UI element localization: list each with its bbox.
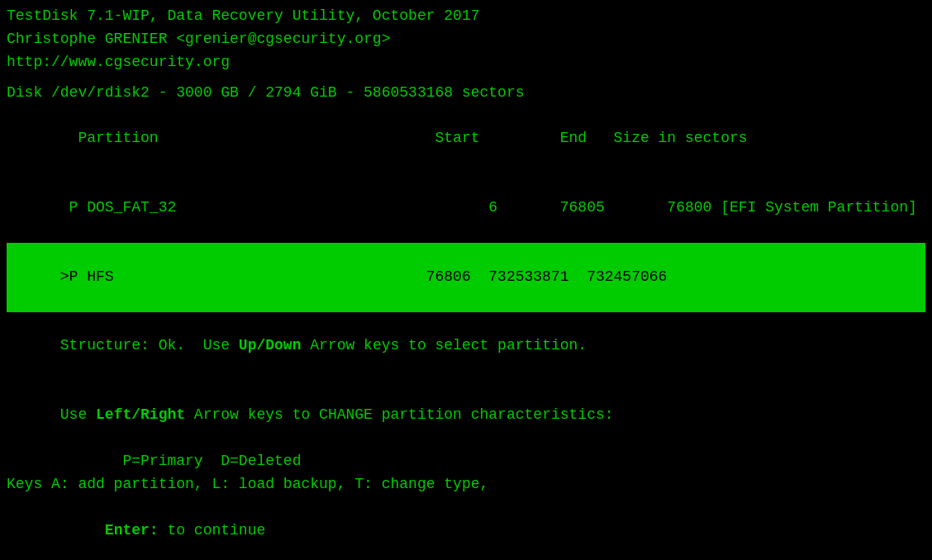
- col-partition: Partition: [42, 130, 408, 146]
- row1-start: 6: [417, 199, 497, 216]
- partition-table: P DOS_FAT_32 6 76805 76800 [EFI System P…: [7, 173, 925, 311]
- row2-prefix: >P: [60, 268, 87, 285]
- row1-extra: [EFI System Partition]: [711, 199, 916, 216]
- app-title: TestDisk 7.1-WIP, Data Recovery Utility,…: [7, 5, 925, 28]
- footer-line1-post: Arrow keys to select partition.: [301, 337, 587, 354]
- footer-line1-pre: Structure: Ok. Use: [60, 337, 239, 354]
- app-header: TestDisk 7.1-WIP, Data Recovery Utility,…: [7, 5, 925, 74]
- row1-prefix: P: [60, 199, 87, 216]
- disk-info-line: Disk /dev/rdisk2 - 3000 GB / 2794 GiB - …: [7, 82, 925, 105]
- footer-line2-post: Arrow keys to CHANGE partition character…: [185, 406, 613, 423]
- row2-start: 76806: [390, 268, 470, 285]
- footer-line2-pre: Use: [60, 406, 96, 423]
- col-start: Start: [408, 130, 479, 146]
- footer-line3: P=Primary D=Deleted: [7, 450, 925, 473]
- table-row[interactable]: P DOS_FAT_32 6 76805 76800 [EFI System P…: [7, 173, 925, 243]
- row2-type: HFS: [87, 268, 390, 285]
- app-author: Christophe GRENIER <grenier@cgsecurity.o…: [7, 28, 925, 51]
- footer-line5-post: to continue: [159, 522, 266, 539]
- col-size: Size in sectors: [587, 130, 747, 146]
- footer-updown-bold: Up/Down: [239, 337, 302, 354]
- row2-size: 732457066: [569, 268, 668, 285]
- row1-end: 76805: [497, 199, 605, 216]
- footer-line2: Use Left/Right Arrow keys to CHANGE part…: [7, 381, 925, 450]
- row1-size: 76800: [605, 199, 712, 216]
- col-end: End: [480, 130, 587, 146]
- app-url: http://www.cgsecurity.org: [7, 51, 925, 74]
- disk-info: Disk /dev/rdisk2 - 3000 GB / 2794 GiB - …: [7, 82, 925, 105]
- footer-line5: Enter: to continue: [7, 496, 925, 560]
- footer: Structure: Ok. Use Up/Down Arrow keys to…: [7, 312, 925, 560]
- footer-line4: Keys A: add partition, L: load backup, T…: [7, 473, 925, 496]
- table-row[interactable]: >P HFS 76806 732533871 732457066: [7, 243, 925, 312]
- partition-table-header: Partition Start End Size in sectors: [7, 105, 925, 174]
- terminal-window: TestDisk 7.1-WIP, Data Recovery Utility,…: [7, 5, 925, 555]
- footer-line1: Structure: Ok. Use Up/Down Arrow keys to…: [7, 312, 925, 382]
- footer-leftright-bold: Left/Right: [96, 406, 185, 423]
- footer-line5-pre: [60, 522, 105, 539]
- footer-enter-bold: Enter:: [105, 522, 159, 539]
- row1-type: DOS_FAT_32: [87, 199, 417, 216]
- row2-end: 732533871: [471, 268, 569, 285]
